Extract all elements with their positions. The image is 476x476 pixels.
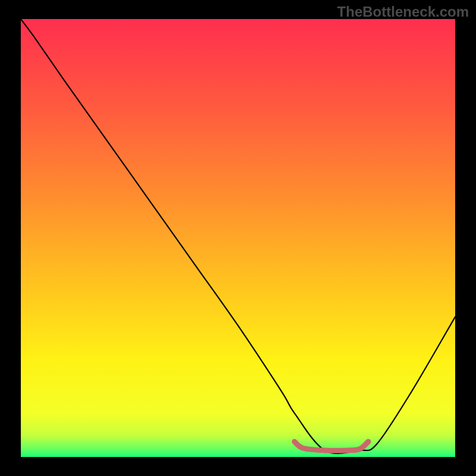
bottleneck-curve bbox=[21, 19, 455, 453]
chart-container: TheBottleneck.com bbox=[0, 0, 476, 476]
optimal-region-marker bbox=[295, 441, 368, 450]
curve-layer bbox=[21, 19, 455, 457]
plot-area bbox=[21, 19, 455, 457]
watermark-label: TheBottleneck.com bbox=[337, 4, 469, 20]
